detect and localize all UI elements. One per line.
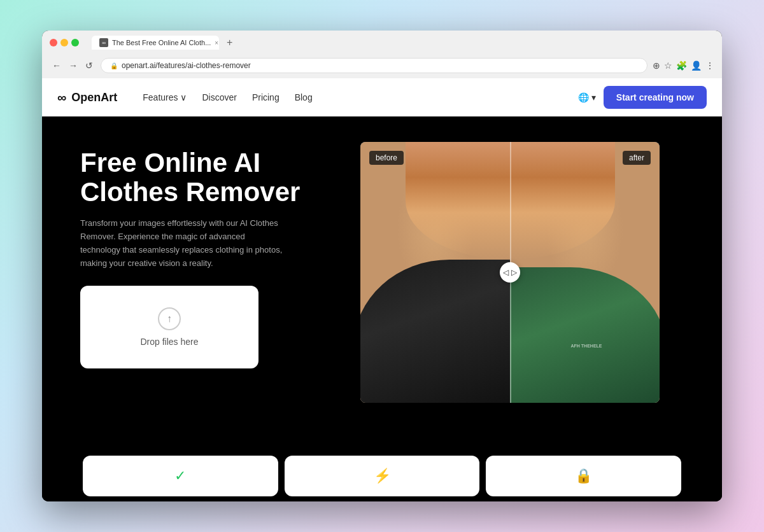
back-button[interactable]: ← [50, 59, 64, 72]
pricing-nav-link[interactable]: Pricing [252, 92, 279, 102]
lock-icon: 🔒 [575, 468, 592, 484]
forward-button[interactable]: → [66, 59, 80, 72]
browser-window: ∞ The Best Free Online AI Cloth... × + ←… [42, 31, 722, 501]
start-creating-button[interactable]: Start creating now [604, 86, 707, 109]
logo-icon: ∞ [57, 90, 66, 105]
address-bar-row: ← → ↺ 🔒 openart.ai/features/ai-clothes-r… [42, 55, 722, 78]
feature-cards: ✓ ⚡ 🔒 [42, 451, 722, 501]
shirt-text: AFH THEHELE [571, 343, 602, 349]
lightning-icon: ⚡ [374, 468, 391, 484]
features-nav-link[interactable]: Features ∨ [143, 92, 187, 102]
hero-title: Free Online AI Clothes Remover [80, 148, 322, 207]
feature-card-3: 🔒 [486, 456, 681, 496]
new-tab-button[interactable]: + [223, 36, 236, 50]
bookmark-button[interactable]: ☆ [664, 60, 672, 71]
hero-subtitle: Transform your images effortlessly with … [80, 217, 284, 270]
language-button[interactable]: 🌐 ▾ [578, 92, 596, 102]
shirt-green: AFH THEHELE [510, 267, 660, 403]
tab-favicon: ∞ [99, 38, 108, 47]
close-window-button[interactable] [50, 39, 57, 46]
split-toggle-button[interactable]: ◁ ▷ [500, 262, 520, 283]
window-controls [50, 39, 79, 46]
extension-button[interactable]: 🧩 [676, 60, 687, 71]
lock-icon: 🔒 [110, 62, 118, 69]
hero-right: before after AFH THEHELE [360, 142, 684, 409]
active-tab[interactable]: ∞ The Best Free Online AI Cloth... × [92, 36, 219, 50]
navbar: ∞ OpenArt Features ∨ Discover Pricing Bl… [42, 78, 722, 116]
blog-nav-link[interactable]: Blog [295, 92, 313, 102]
before-after-container: before after AFH THEHELE [360, 142, 660, 403]
drop-files-text: Drop files here [140, 337, 198, 347]
tab-close-icon[interactable]: × [215, 39, 218, 46]
refresh-button[interactable]: ↺ [83, 59, 96, 72]
before-label: before [369, 151, 404, 165]
feature-card-2: ⚡ [285, 456, 480, 496]
logo-text: OpenArt [71, 91, 117, 104]
hero-left: Free Online AI Clothes Remover Transform… [80, 142, 322, 368]
feature-card-1: ✓ [83, 456, 278, 496]
nav-buttons: ← → ↺ [50, 59, 96, 72]
pricing-label: Pricing [252, 92, 279, 102]
browser-chrome: ∞ The Best Free Online AI Cloth... × + ←… [42, 31, 722, 78]
nav-links: Features ∨ Discover Pricing Blog [143, 92, 578, 102]
discover-label: Discover [202, 92, 236, 102]
discover-nav-link[interactable]: Discover [202, 92, 236, 102]
nav-actions: 🌐 ▾ Start creating now [578, 86, 707, 109]
logo[interactable]: ∞ OpenArt [57, 90, 117, 105]
tab-bar: ∞ The Best Free Online AI Cloth... × + [92, 36, 714, 50]
globe-icon: 🌐 [578, 92, 589, 102]
features-label: Features ∨ [143, 92, 187, 102]
minimize-window-button[interactable] [60, 39, 68, 46]
translate-button[interactable]: ⊕ [653, 60, 660, 71]
chevron-down-icon: ▾ [591, 92, 596, 102]
address-bar[interactable]: 🔒 openart.ai/features/ai-clothes-remover [101, 58, 647, 73]
address-text: openart.ai/features/ai-clothes-remover [122, 61, 251, 70]
upload-icon: ↑ [158, 307, 181, 330]
browser-actions: ⊕ ☆ 🧩 👤 ⋮ [653, 60, 714, 71]
website-content: ∞ OpenArt Features ∨ Discover Pricing Bl… [42, 78, 722, 501]
drop-zone[interactable]: ↑ Drop files here [80, 286, 258, 368]
hero-section: Free Online AI Clothes Remover Transform… [42, 116, 722, 451]
blog-label: Blog [295, 92, 313, 102]
profile-button[interactable]: 👤 [691, 60, 702, 71]
maximize-window-button[interactable] [71, 39, 79, 46]
tab-title: The Best Free Online AI Cloth... [112, 39, 211, 46]
more-button[interactable]: ⋮ [705, 60, 714, 71]
title-bar: ∞ The Best Free Online AI Cloth... × + [42, 31, 722, 55]
jacket-black [360, 260, 510, 403]
after-label: after [623, 151, 651, 165]
checkmark-icon: ✓ [174, 468, 186, 484]
